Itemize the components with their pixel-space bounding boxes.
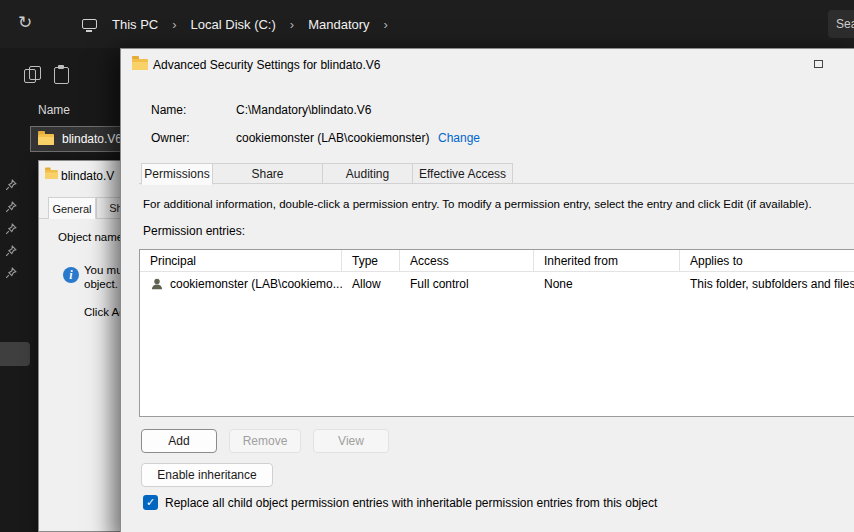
advanced-security-dialog: Advanced Security Settings for blindato.… xyxy=(120,48,854,532)
table-row[interactable]: cookiemonster (LAB\cookiemo... Allow Ful… xyxy=(140,272,854,296)
this-pc-icon xyxy=(82,19,97,29)
chevron-right-icon[interactable]: › xyxy=(163,17,185,32)
dialog-titlebar[interactable]: Advanced Security Settings for blindato.… xyxy=(121,49,854,79)
view-button[interactable]: View xyxy=(313,429,389,453)
column-header-name[interactable]: Name xyxy=(38,103,70,117)
replace-permissions-label: Replace all child object permission entr… xyxy=(165,496,657,510)
object-name-label: Object name: xyxy=(58,231,126,243)
add-button[interactable]: Add xyxy=(141,429,217,453)
cell-access: Full control xyxy=(400,277,534,291)
pin-icon[interactable] xyxy=(4,222,18,236)
sidebar-selected-item[interactable] xyxy=(0,342,30,366)
pin-icon[interactable] xyxy=(4,178,18,192)
file-row-selected[interactable]: blindato.V6 xyxy=(30,126,124,152)
header-type[interactable]: Type xyxy=(342,250,400,272)
enable-inheritance-button[interactable]: Enable inheritance xyxy=(141,463,273,487)
name-value: C:\Mandatory\blindato.V6 xyxy=(236,103,371,117)
tab-share[interactable]: Share xyxy=(213,163,323,184)
header-applies-to[interactable]: Applies to xyxy=(680,250,854,272)
file-name-label: blindato.V6 xyxy=(62,132,122,146)
breadcrumb-this-pc[interactable]: This PC xyxy=(107,13,163,36)
folder-icon xyxy=(132,59,148,70)
info-icon xyxy=(63,267,79,283)
pin-icon[interactable] xyxy=(4,200,18,214)
copy-icon[interactable] xyxy=(24,66,42,84)
tab-auditing[interactable]: Auditing xyxy=(323,163,413,184)
principal-text: cookiemonster (LAB\cookiemo... xyxy=(170,277,342,291)
cell-principal: cookiemonster (LAB\cookiemo... xyxy=(140,277,342,291)
permission-entries-label: Permission entries: xyxy=(143,224,245,238)
header-access[interactable]: Access xyxy=(400,250,534,272)
maximize-icon xyxy=(814,60,823,68)
breadcrumb-mandatory[interactable]: Mandatory xyxy=(303,13,374,36)
tab-effective-access[interactable]: Effective Access xyxy=(413,163,513,184)
maximize-button[interactable] xyxy=(797,49,839,79)
explorer-address-bar: ↻ This PC › Local Disk (C:) › Mandatory … xyxy=(0,0,854,48)
header-principal[interactable]: Principal xyxy=(140,250,342,272)
check-icon: ✓ xyxy=(146,496,155,508)
remove-button[interactable]: Remove xyxy=(229,429,301,453)
folder-icon xyxy=(38,134,54,145)
cell-type: Allow xyxy=(342,277,400,291)
chevron-right-icon[interactable]: › xyxy=(375,17,397,32)
tab-general[interactable]: General xyxy=(48,197,96,219)
permissions-warning-line2: object. xyxy=(84,278,118,290)
pin-icon[interactable] xyxy=(4,266,18,280)
pin-icon[interactable] xyxy=(4,244,18,258)
permission-entries-table: Principal Type Access Inherited from App… xyxy=(139,249,854,417)
refresh-icon[interactable]: ↻ xyxy=(18,13,32,33)
permissions-info-text: For additional information, double-click… xyxy=(143,198,812,210)
paste-icon[interactable] xyxy=(52,65,70,84)
breadcrumb-local-disk[interactable]: Local Disk (C:) xyxy=(186,13,281,36)
owner-label: Owner: xyxy=(151,131,190,145)
cell-inherited-from: None xyxy=(534,277,680,291)
search-input[interactable]: Sea xyxy=(828,10,854,38)
replace-permissions-checkbox[interactable]: ✓ xyxy=(143,495,158,510)
breadcrumb: This PC › Local Disk (C:) › Mandatory › xyxy=(80,0,397,48)
chevron-right-icon[interactable]: › xyxy=(281,17,303,32)
cell-applies-to: This folder, subfolders and files xyxy=(680,277,854,291)
dialog-title: Advanced Security Settings for blindato.… xyxy=(153,58,380,72)
security-tabs: Permissions Share Auditing Effective Acc… xyxy=(141,163,513,184)
user-icon xyxy=(150,277,164,291)
owner-value: cookiemonster (LAB\cookiemonster) xyxy=(236,131,429,145)
table-header-row: Principal Type Access Inherited from App… xyxy=(140,250,854,272)
tab-permissions[interactable]: Permissions xyxy=(141,163,213,185)
folder-icon xyxy=(45,170,58,179)
properties-dialog-title: blindato.V xyxy=(61,169,114,183)
change-owner-link[interactable]: Change xyxy=(438,131,480,145)
header-inherited-from[interactable]: Inherited from xyxy=(534,250,680,272)
name-label: Name: xyxy=(151,103,186,117)
